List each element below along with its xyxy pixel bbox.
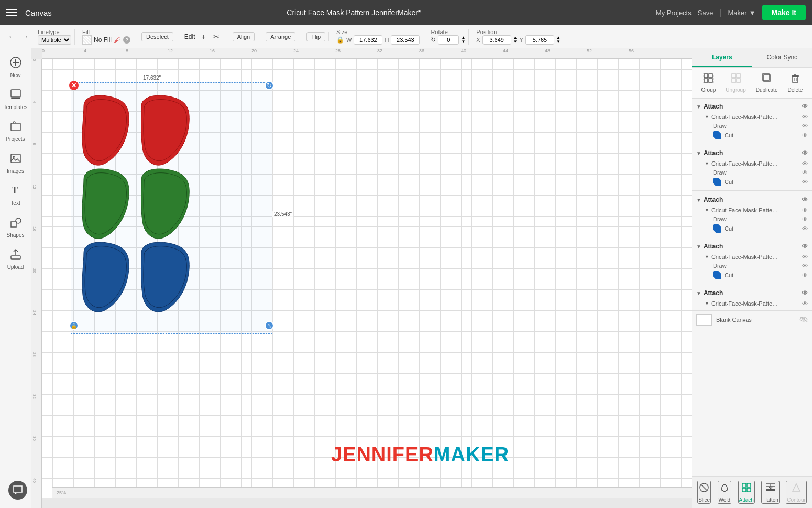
rotate-input[interactable]: [438, 35, 459, 45]
draw-2-eye-icon[interactable]: 👁: [802, 169, 808, 176]
sidebar-upload-label: Upload: [7, 264, 24, 270]
draw-1-eye-icon[interactable]: 👁: [802, 123, 808, 129]
rotate-down[interactable]: ▼: [461, 40, 465, 44]
draw-row-4[interactable]: Draw 👁: [696, 262, 808, 270]
height-input[interactable]: [391, 35, 420, 45]
attach-5-eye-icon[interactable]: 👁: [802, 289, 808, 297]
attach-row-3[interactable]: ▼ Attach 👁: [696, 194, 808, 206]
attach-button[interactable]: Attach: [738, 481, 755, 504]
blank-canvas-eye-icon[interactable]: [799, 316, 808, 323]
slice-button[interactable]: Slice: [697, 481, 711, 504]
group-button[interactable]: Group: [698, 71, 719, 95]
chat-bubble[interactable]: [8, 481, 27, 500]
attach-row-2[interactable]: ▼ Attach 👁: [696, 147, 808, 159]
cut-3-eye-icon[interactable]: 👁: [802, 225, 808, 232]
save-button[interactable]: Save: [698, 9, 714, 17]
attach-2-eye-icon[interactable]: 👁: [802, 149, 808, 157]
layers-panel[interactable]: ▼ Attach 👁 ▼ Cricut-Face-Mask-Pattern-..…: [692, 99, 812, 476]
sidebar-item-text[interactable]: T Text: [2, 180, 29, 210]
flatten-button[interactable]: Flatten: [761, 481, 780, 504]
cut-1-eye-icon[interactable]: 👁: [802, 132, 808, 138]
contour-button[interactable]: Contour: [786, 481, 807, 504]
fill-help-icon[interactable]: ?: [123, 36, 130, 44]
x-input[interactable]: [482, 35, 511, 45]
x-down[interactable]: ▼: [513, 40, 518, 44]
attach-4-eye-icon[interactable]: 👁: [802, 243, 808, 250]
cut-2-eye-icon[interactable]: 👁: [802, 179, 808, 185]
align-button[interactable]: Align: [233, 32, 255, 41]
lock-aspect-icon[interactable]: 🔒: [336, 36, 344, 44]
sidebar-text-label: Text: [10, 200, 20, 206]
draw-row-1[interactable]: Draw 👁: [696, 122, 808, 130]
hamburger-menu[interactable]: [6, 9, 17, 16]
tab-layers[interactable]: Layers: [692, 48, 752, 67]
arrange-button[interactable]: Arrange: [266, 32, 295, 41]
cut-row-4[interactable]: Cut 👁: [696, 270, 808, 280]
make-it-button[interactable]: Make It: [762, 5, 806, 20]
close-handle[interactable]: ✕: [69, 81, 79, 90]
attach-row-1[interactable]: ▼ Attach 👁: [696, 101, 808, 112]
sidebar-new-label: New: [10, 72, 20, 78]
pattern-4-eye-icon[interactable]: 👁: [802, 254, 808, 260]
attach-row-5[interactable]: ▼ Attach 👁: [696, 287, 808, 299]
sidebar-item-projects[interactable]: Projects: [2, 116, 29, 146]
draw-row-3[interactable]: Draw 👁: [696, 215, 808, 223]
attach-row-4[interactable]: ▼ Attach 👁: [696, 241, 808, 252]
cut-row-1[interactable]: Cut 👁: [696, 130, 808, 140]
redo-button[interactable]: →: [19, 32, 30, 41]
weld-button[interactable]: Weld: [718, 481, 732, 504]
y-down[interactable]: ▼: [556, 40, 561, 44]
pattern-3-eye-icon[interactable]: 👁: [802, 207, 808, 213]
flip-button[interactable]: Flip: [306, 32, 325, 41]
pattern-row-3[interactable]: ▼ Cricut-Face-Mask-Pattern-... 👁: [696, 206, 808, 215]
blank-canvas-thumbnail: [696, 314, 712, 326]
blank-canvas-row[interactable]: Blank Canvas: [692, 310, 812, 329]
canvas-grid[interactable]: 17.632" 23.543" ✕ ↻ 🔒 ⤡: [42, 59, 692, 498]
panel-toolbar: Group Ungroup Duplicate Delete: [692, 68, 812, 99]
deselect-button[interactable]: Deselect: [141, 32, 173, 41]
undo-button[interactable]: ←: [6, 32, 18, 41]
attach-1-eye-icon[interactable]: 👁: [802, 103, 808, 110]
pattern-row-1[interactable]: ▼ Cricut-Face-Mask-Pattern-... 👁: [696, 112, 808, 122]
svg-rect-33: [742, 488, 746, 492]
sidebar-item-new[interactable]: New: [2, 52, 29, 82]
edit-add-icon[interactable]: +: [200, 31, 208, 42]
mask-shapes-canvas[interactable]: [79, 90, 280, 326]
sidebar-item-upload[interactable]: Upload: [2, 244, 29, 274]
cut-row-3[interactable]: Cut 👁: [696, 223, 808, 234]
rotate-handle[interactable]: ↻: [265, 81, 274, 90]
sidebar-shapes-label: Shapes: [7, 232, 25, 238]
width-input[interactable]: [354, 35, 382, 45]
canvas-area[interactable]: 0 4 8 12 16 20 24 28 32 36 40 44 48 52 5…: [31, 48, 692, 508]
maker-selector[interactable]: Maker ▼: [728, 9, 756, 17]
linetype-select[interactable]: Multiple: [38, 35, 71, 45]
pattern-1-eye-icon[interactable]: 👁: [802, 114, 808, 120]
linetype-label: Linetype: [38, 29, 71, 35]
svg-rect-17: [732, 74, 736, 78]
pattern-2-eye-icon[interactable]: 👁: [802, 160, 808, 167]
draw-4-eye-icon[interactable]: 👁: [802, 263, 808, 269]
tab-color-sync[interactable]: Color Sync: [752, 48, 813, 67]
pattern-row-5[interactable]: ▼ Cricut-Face-Mask-Pattern-... 👁: [696, 299, 808, 308]
pattern-row-4[interactable]: ▼ Cricut-Face-Mask-Pattern-... 👁: [696, 252, 808, 262]
delete-button[interactable]: Delete: [785, 71, 806, 95]
svg-rect-9: [11, 222, 16, 227]
cut-4-eye-icon[interactable]: 👁: [802, 272, 808, 278]
pattern-5-eye-icon[interactable]: 👁: [802, 300, 808, 307]
edit-scissors-icon[interactable]: ✂: [211, 31, 222, 42]
sidebar-item-shapes[interactable]: Shapes: [2, 212, 29, 242]
lock-handle[interactable]: 🔒: [69, 321, 79, 330]
sidebar-item-images[interactable]: Images: [2, 148, 29, 178]
draw-3-eye-icon[interactable]: 👁: [802, 216, 808, 222]
draw-row-2[interactable]: Draw 👁: [696, 168, 808, 177]
sidebar-item-templates[interactable]: Templates: [2, 84, 29, 114]
cut-row-2[interactable]: Cut 👁: [696, 177, 808, 187]
my-projects-link[interactable]: My Projects: [656, 9, 692, 17]
attach-section-3: ▼ Attach 👁 ▼ Cricut-Face-Mask-Pattern-..…: [692, 192, 812, 236]
attach-3-eye-icon[interactable]: 👁: [802, 196, 808, 203]
svg-rect-32: [747, 483, 751, 487]
ungroup-button[interactable]: Ungroup: [722, 71, 749, 95]
duplicate-button[interactable]: Duplicate: [753, 71, 781, 95]
pattern-row-2[interactable]: ▼ Cricut-Face-Mask-Pattern-... 👁: [696, 159, 808, 168]
y-input[interactable]: [525, 35, 554, 45]
